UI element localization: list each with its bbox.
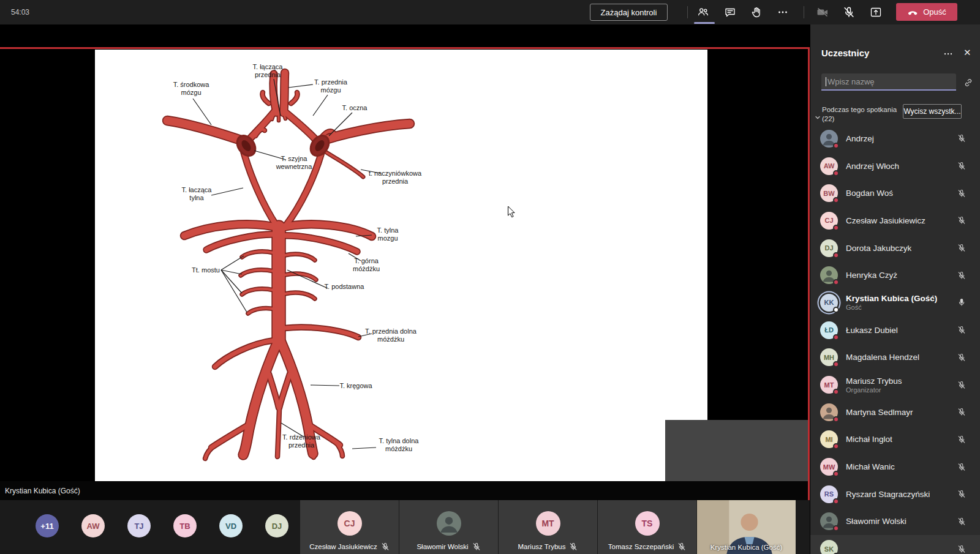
artery-label: T. oczna (342, 104, 368, 112)
toolbar-divider (804, 6, 804, 18)
tile-name-label: Sławomir Wolski (399, 542, 498, 551)
participant-name: Krystian Kubica (Gość) (846, 294, 937, 303)
participant-row[interactable]: MHMagdalena Hendzel (810, 344, 980, 372)
overflow-participants-badge[interactable]: +11 (36, 514, 59, 537)
participant-row[interactable]: Martyna Sedlmayr (810, 399, 980, 426)
mic-muted-icon[interactable] (957, 244, 966, 252)
avatar-initials: ŁD (820, 321, 838, 339)
artery-label: Tt. mostu (192, 266, 220, 274)
participant-row[interactable]: Henryka Czyż (810, 261, 980, 289)
camera-off-icon[interactable] (813, 4, 832, 21)
mic-on-icon[interactable] (957, 298, 966, 307)
search-input[interactable]: Wpisz nazwę (821, 73, 956, 91)
participant-name: Łukasz Dubiel (846, 326, 898, 335)
copy-link-icon[interactable] (963, 78, 973, 90)
participant-row[interactable]: ŁDŁukasz Dubiel (810, 316, 980, 344)
participant-name: Andrzej (846, 134, 874, 143)
avatar-initials: AW (820, 157, 838, 175)
mic-muted-icon[interactable] (957, 134, 966, 143)
raise-hand-icon[interactable] (747, 4, 766, 21)
participant-row[interactable]: MWMichał Wanic (810, 453, 980, 481)
filmstrip-avatar[interactable]: VD (219, 514, 243, 537)
participants-icon[interactable] (694, 4, 712, 21)
mic-muted-icon[interactable] (957, 326, 966, 334)
video-tile[interactable]: Krystian Kubica (Gość) (697, 500, 796, 554)
presence-dot (833, 498, 839, 504)
search-placeholder: Wpisz nazwę (827, 77, 875, 86)
request-control-button[interactable]: Zażądaj kontroli (590, 4, 668, 21)
participant-row[interactable]: KKKrystian Kubica (Gość)Gość (810, 289, 980, 316)
participant-role: Gość (846, 304, 937, 311)
participant-row[interactable]: AWAndrzej Włoch (810, 152, 980, 180)
avatar-photo (820, 266, 838, 284)
mic-muted-icon[interactable] (957, 162, 966, 170)
mic-muted-icon[interactable] (957, 216, 966, 225)
mic-muted-icon (472, 542, 481, 551)
artery-label: T. kręgowa (339, 382, 372, 390)
mute-all-button[interactable]: Wycisz wszystk... (903, 104, 962, 119)
mic-muted-icon[interactable] (957, 435, 966, 444)
participant-row[interactable]: MIMichał Inglot (810, 426, 980, 454)
leave-button[interactable]: Opuść (896, 3, 957, 21)
avatar-photo (437, 511, 461, 536)
participant-row[interactable]: BWBogdan Woś (810, 179, 980, 207)
tile-name-label: Czesław Jasiukiewicz (300, 542, 399, 551)
empty-video-tile (665, 420, 808, 483)
mic-muted-icon[interactable] (957, 189, 966, 198)
mic-muted-icon[interactable] (957, 517, 966, 526)
filmstrip-avatar[interactable]: TB (173, 514, 197, 537)
mic-muted-icon[interactable] (957, 463, 966, 471)
participant-name: Bogdan Woś (846, 189, 893, 198)
mic-muted-icon[interactable] (957, 490, 966, 498)
presenter-name-bar: Krystian Kubica (Gość) (0, 481, 808, 500)
chat-icon[interactable] (721, 4, 739, 21)
avatar-initials: MI (820, 430, 838, 448)
chevron-down-icon[interactable] (815, 112, 821, 123)
filmstrip-avatar[interactable]: TJ (127, 514, 151, 537)
participant-tile[interactable]: Sławomir Wolski (399, 500, 498, 554)
panel-more-icon[interactable] (942, 48, 954, 62)
participant-row[interactable]: Andrzej (810, 125, 980, 152)
meeting-timer: 54:03 (11, 8, 29, 17)
artery-label: T. szyjnawewnetrzna (276, 155, 312, 171)
avatar-initials: TS (635, 511, 660, 536)
mic-muted-icon[interactable] (957, 271, 966, 280)
panel-title: Uczestnicy (821, 48, 869, 58)
toolbar-divider (687, 6, 688, 18)
participant-tile[interactable]: CJCzesław Jasiukiewicz (300, 500, 399, 554)
participant-row[interactable]: Sławomir Wolski (810, 508, 980, 536)
filmstrip-avatar[interactable]: DJ (265, 514, 288, 537)
participant-name: Ryszard Stagraczyński (846, 490, 930, 499)
share-screen-icon[interactable] (867, 4, 885, 21)
avatar-photo (820, 512, 838, 530)
artery-label: t. naczyniówkowaprzednia (369, 170, 421, 185)
participant-tile[interactable]: TSTomasz Szczepański (598, 500, 696, 554)
participant-tile[interactable]: MTMariusz Trybus (499, 500, 597, 554)
mic-muted-icon[interactable] (957, 381, 966, 389)
avatar-initials: DJ (820, 239, 838, 257)
avatar-photo (820, 403, 838, 421)
participant-row[interactable]: CJCzesław Jasiukiewicz (810, 207, 980, 234)
participant-row[interactable]: RSRyszard Stagraczyński (810, 481, 980, 508)
artery-label: T. tylna dolnamóżdżku (379, 437, 419, 453)
mic-muted-icon[interactable] (957, 408, 966, 416)
participant-row[interactable]: MTMariusz TrybusOrganizator (810, 371, 980, 399)
close-panel-icon[interactable]: ✕ (963, 47, 971, 58)
more-actions-icon[interactable] (774, 4, 792, 21)
filmstrip-avatar[interactable]: AW (81, 514, 105, 537)
participant-list: AndrzejAWAndrzej WłochBWBogdan WośCJCzes… (810, 125, 980, 554)
presence-dot (833, 143, 839, 149)
mic-muted-icon[interactable] (957, 545, 966, 553)
artery-label: T. górnamóżdżku (353, 257, 380, 273)
artery-label: T. łączącaprzednia (253, 63, 283, 79)
participant-row[interactable]: SK (810, 535, 980, 554)
presence-dot (833, 443, 839, 449)
mic-muted-icon[interactable] (957, 353, 966, 362)
presence-dot (833, 170, 839, 176)
participant-row[interactable]: DJDorota Jakubczyk (810, 234, 980, 262)
participant-name: Andrzej Włoch (846, 162, 899, 171)
leave-button-label: Opuść (923, 7, 946, 17)
mic-off-icon[interactable] (840, 4, 858, 21)
participants-panel: Uczestnicy ✕ Wpisz nazwę Podczas tego sp… (810, 24, 980, 554)
avatar-initials: KK (820, 294, 838, 312)
